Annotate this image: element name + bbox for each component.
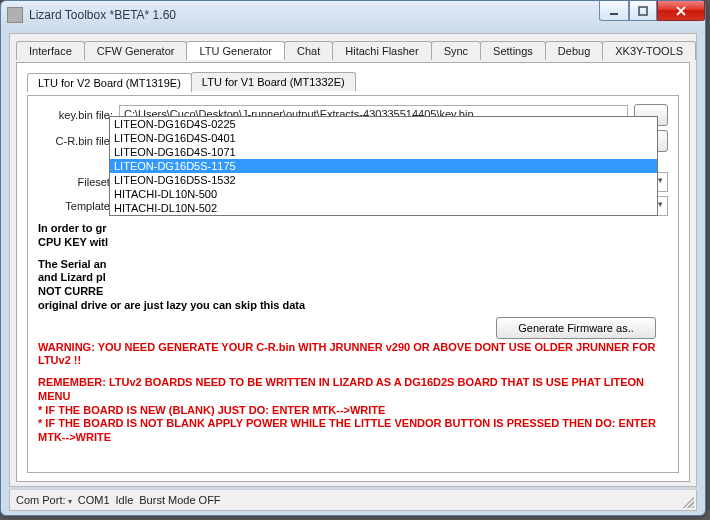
generate-firmware-button[interactable]: Generate Firmware as.. [496, 317, 656, 339]
status-state: Idle [116, 494, 134, 506]
template-option-selected[interactable]: LITEON-DG16D5S-1175 [110, 159, 657, 173]
template-option[interactable]: HITACHI-DL10N-500 [110, 187, 657, 201]
tab-debug[interactable]: Debug [545, 41, 603, 60]
sub-tabstrip: LTU for V2 Board (MT1319E) LTU for V1 Bo… [17, 63, 689, 91]
label-fileset: Fileset: [38, 176, 113, 188]
warning-line-1: WARNING: YOU NEED GENERATE YOUR C-R.bin … [38, 341, 655, 367]
tab-hitachi-flasher[interactable]: Hitachi Flasher [332, 41, 431, 60]
svg-rect-1 [639, 7, 647, 15]
template-option[interactable]: LITEON-DG16D4S-1071 [110, 145, 657, 159]
main-tab-body: LTU for V2 Board (MT1319E) LTU for V1 Bo… [16, 62, 690, 482]
info-line-4: and Lizard pl [38, 271, 106, 283]
tab-sync[interactable]: Sync [431, 41, 481, 60]
sub-tab-body: key.bin file: C:\Users\Cuco\Desktop\J-ru… [27, 95, 679, 473]
info-line-6: original drive or are just lazy you can … [38, 299, 305, 311]
tab-ltu-generator[interactable]: LTU Generator [186, 41, 285, 60]
tab-xk3y-tools[interactable]: XK3Y-TOOLS [602, 41, 696, 60]
template-option[interactable]: HITACHI-DL10N-502 [110, 201, 657, 215]
main-window: Lizard Toolbox *BETA* 1.60 Interface CFW… [0, 0, 706, 516]
tab-interface[interactable]: Interface [16, 41, 85, 60]
template-option[interactable]: LITEON-DG16D4S-0401 [110, 131, 657, 145]
tab-cfw-generator[interactable]: CFW Generator [84, 41, 188, 60]
client-area: Interface CFW Generator LTU Generator Ch… [9, 33, 697, 487]
template-option[interactable]: LITEON-DG16D4S-0225 [110, 117, 657, 131]
maximize-icon [638, 6, 648, 16]
app-icon [7, 7, 23, 23]
label-cr-bin: C-R.bin file: [38, 135, 113, 147]
window-title: Lizard Toolbox *BETA* 1.60 [29, 8, 176, 22]
warning-text: WARNING: YOU NEED GENERATE YOUR C-R.bin … [38, 341, 668, 445]
warning-line-2: REMEMBER: LTUv2 BOARDS NEED TO BE WRITTE… [38, 376, 644, 402]
template-option[interactable]: LITEON-DG16D5S-1532 [110, 173, 657, 187]
window-controls [599, 1, 705, 21]
tab-settings[interactable]: Settings [480, 41, 546, 60]
close-icon [675, 6, 687, 16]
status-com-port-label[interactable]: Com Port: [16, 494, 72, 506]
minimize-icon [609, 6, 619, 16]
label-key-bin: key.bin file: [38, 109, 113, 121]
svg-rect-0 [610, 13, 618, 15]
status-com-port-value: COM1 [78, 494, 110, 506]
label-template: Template: [38, 200, 113, 212]
main-tabstrip: Interface CFW Generator LTU Generator Ch… [10, 34, 696, 60]
template-dropdown-list[interactable]: LITEON-DG16D4S-0225 LITEON-DG16D4S-0401 … [109, 116, 658, 216]
tab-chat[interactable]: Chat [284, 41, 333, 60]
resize-grip[interactable] [682, 496, 694, 508]
titlebar[interactable]: Lizard Toolbox *BETA* 1.60 [1, 1, 705, 29]
warning-line-4: * IF THE BOARD IS NOT BLANK APPLY POWER … [38, 417, 656, 443]
info-line-3: The Serial an [38, 258, 106, 270]
info-line-2: CPU KEY witl [38, 236, 108, 248]
warning-line-3: * IF THE BOARD IS NEW (BLANK) JUST DO: E… [38, 404, 385, 416]
status-burst-mode: Burst Mode OFF [139, 494, 220, 506]
info-line-5: NOT CURRE [38, 285, 103, 297]
maximize-button[interactable] [629, 1, 657, 21]
info-line-1: In order to gr [38, 222, 106, 234]
minimize-button[interactable] [599, 1, 629, 21]
statusbar: Com Port: COM1 Idle Burst Mode OFF [9, 489, 697, 511]
tab-ltu-v2-board[interactable]: LTU for V2 Board (MT1319E) [27, 73, 192, 92]
close-button[interactable] [657, 1, 705, 21]
tab-ltu-v1-board[interactable]: LTU for V1 Board (MT1332E) [191, 72, 356, 91]
info-text-block: In order to gr CPU KEY witl The Serial a… [38, 222, 668, 313]
